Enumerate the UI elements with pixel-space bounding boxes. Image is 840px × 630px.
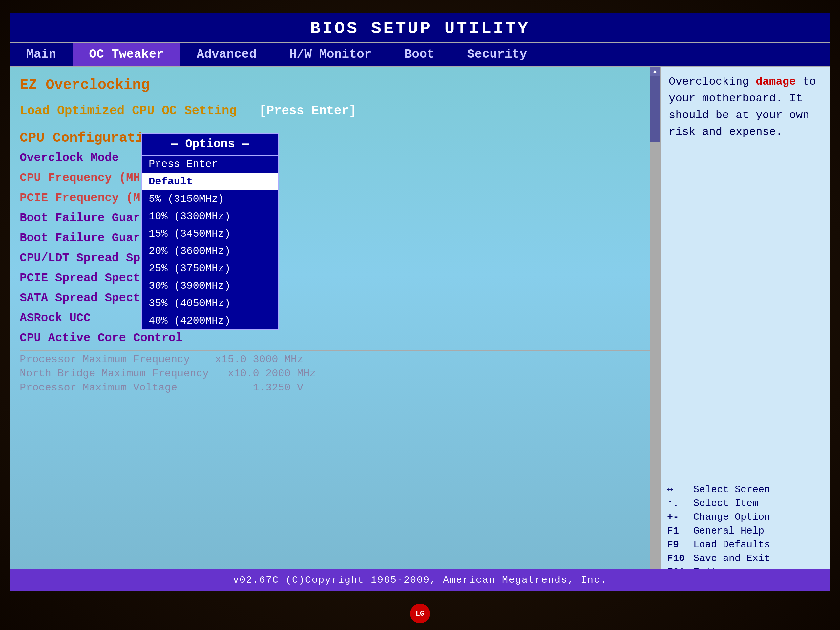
scrollbar-thumb[interactable] bbox=[651, 76, 660, 142]
options-item-20pct[interactable]: 20% (3600MHz) bbox=[142, 243, 278, 260]
options-popup-title: — Options — bbox=[142, 134, 278, 156]
nb-max-freq-label: North Bridge Maximum Frequency bbox=[20, 368, 209, 380]
processor-max-freq-label: Processor Maximum Frequency bbox=[20, 354, 189, 366]
key-label-select-item: Select Item bbox=[693, 498, 758, 509]
press-enter-label: [Press Enter] bbox=[259, 104, 356, 118]
key-label-f10: Save and Exit bbox=[693, 553, 770, 564]
nb-max-freq-row: North Bridge Maximum Frequency x10.0 200… bbox=[20, 368, 650, 380]
menu-item-sata-spread[interactable]: SATA Spread Spectrum bbox=[20, 290, 650, 306]
menu-item-boot-failure-guard[interactable]: Boot Failure Guard bbox=[20, 210, 650, 226]
processor-max-voltage-label: Processor Maximum Voltage bbox=[20, 382, 177, 394]
menu-item-cpu-ldt-spread[interactable]: CPU/LDT Spread Spectrum bbox=[20, 250, 650, 266]
key-sym-arrows-lr: ↔ bbox=[667, 484, 693, 495]
options-dash-left: — bbox=[171, 137, 185, 151]
key-sym-f9: F9 bbox=[667, 539, 693, 550]
processor-max-voltage-value: 1.3250 V bbox=[253, 382, 303, 394]
menu-item-pcie-spread[interactable]: PCIE Spread Spectrum bbox=[20, 270, 650, 286]
cpu-configuration-heading: CPU Configuration bbox=[20, 130, 650, 146]
tab-oc-tweaker[interactable]: OC Tweaker bbox=[73, 43, 180, 66]
key-row-f9: F9 Load Defaults bbox=[667, 539, 824, 550]
divider-2 bbox=[20, 124, 650, 124]
status-bar-text: v02.67C (C)Copyright 1985-2009, American… bbox=[233, 575, 607, 586]
load-optimized-cpu[interactable]: Load Optimized CPU OC Setting [Press Ent… bbox=[20, 104, 650, 118]
overclocking-text-1: Overclocking bbox=[669, 76, 756, 88]
key-sym-plus-minus: +- bbox=[667, 512, 693, 523]
options-item-press-enter[interactable]: Press Enter bbox=[142, 156, 278, 173]
scrollbar[interactable]: ▲ ▼ bbox=[651, 67, 660, 587]
monitor-bezel: BIOS SETUP UTILITY Main OC Tweaker Advan… bbox=[0, 0, 840, 630]
key-row-change-option: +- Change Option bbox=[667, 512, 824, 523]
tab-hw-monitor[interactable]: H/W Monitor bbox=[273, 43, 388, 66]
screen: BIOS SETUP UTILITY Main OC Tweaker Advan… bbox=[10, 13, 830, 591]
key-label-f1: General Help bbox=[693, 525, 764, 537]
load-optimized-label: Load Optimized CPU OC Setting bbox=[20, 104, 237, 118]
status-bar: v02.67C (C)Copyright 1985-2009, American… bbox=[10, 569, 830, 591]
lg-logo-circle: LG bbox=[410, 604, 430, 624]
key-legend: ↔ Select Screen ↑↓ Select Item +- Change… bbox=[667, 482, 824, 581]
damage-text: damage bbox=[756, 76, 796, 88]
lg-logo-area: LG bbox=[410, 604, 430, 624]
options-popup: — Options — Press Enter Default 5% (3150… bbox=[141, 133, 279, 330]
menu-item-overclock-mode[interactable]: Overclock Mode bbox=[20, 150, 650, 166]
options-item-25pct[interactable]: 25% (3750MHz) bbox=[142, 260, 278, 277]
tab-advanced[interactable]: Advanced bbox=[180, 43, 273, 66]
lg-logo-text: LG bbox=[416, 609, 424, 618]
key-row-select-screen: ↔ Select Screen bbox=[667, 484, 824, 495]
key-sym-f1: F1 bbox=[667, 525, 693, 537]
options-item-30pct[interactable]: 30% (3900MHz) bbox=[142, 277, 278, 295]
menu-item-cpu-active-core[interactable]: CPU Active Core Control bbox=[20, 330, 650, 346]
processor-max-freq-value: x15.0 3000 MHz bbox=[215, 354, 303, 366]
key-sym-arrows-ud: ↑↓ bbox=[667, 498, 693, 509]
right-panel: Overclocking damage to your motherboard.… bbox=[660, 67, 830, 587]
divider-3 bbox=[20, 350, 650, 351]
key-row-f1: F1 General Help bbox=[667, 525, 824, 537]
menu-item-boot-failure-guard-count[interactable]: Boot Failure Guard Count bbox=[20, 230, 650, 246]
processor-max-voltage-row: Processor Maximum Voltage 1.3250 V bbox=[20, 382, 650, 394]
processor-max-freq-row: Processor Maximum Frequency x15.0 3000 M… bbox=[20, 354, 650, 366]
nb-max-freq-value: x10.0 2000 MHz bbox=[228, 368, 316, 380]
key-row-select-item: ↑↓ Select Item bbox=[667, 498, 824, 509]
options-item-40pct[interactable]: 40% (4200MHz) bbox=[142, 312, 278, 330]
options-item-15pct[interactable]: 15% (3450MHz) bbox=[142, 225, 278, 243]
bios-title: BIOS SETUP UTILITY bbox=[310, 19, 530, 38]
title-bar: BIOS SETUP UTILITY bbox=[10, 13, 830, 42]
menu-item-pcie-frequency[interactable]: PCIE Frequency (MHz) bbox=[20, 190, 650, 206]
key-label-select-screen: Select Screen bbox=[693, 484, 770, 495]
options-item-5pct[interactable]: 5% (3150MHz) bbox=[142, 190, 278, 208]
options-item-35pct[interactable]: 35% (4050MHz) bbox=[142, 295, 278, 312]
tab-main[interactable]: Main bbox=[10, 43, 73, 66]
right-panel-description: Overclocking damage to your motherboard.… bbox=[669, 74, 822, 141]
options-popup-title-text: Options bbox=[185, 137, 235, 151]
key-sym-f10: F10 bbox=[667, 553, 693, 564]
key-label-f9: Load Defaults bbox=[693, 539, 770, 550]
options-item-default[interactable]: Default bbox=[142, 173, 278, 190]
key-label-change-option: Change Option bbox=[693, 512, 770, 523]
options-item-10pct[interactable]: 10% (3300MHz) bbox=[142, 208, 278, 225]
options-dash-right: — bbox=[242, 137, 249, 151]
divider-1 bbox=[20, 100, 650, 100]
left-panel: EZ Overclocking Load Optimized CPU OC Se… bbox=[10, 67, 660, 587]
key-row-f10: F10 Save and Exit bbox=[667, 553, 824, 564]
main-content: EZ Overclocking Load Optimized CPU OC Se… bbox=[10, 67, 830, 587]
menu-item-asrock-ucc[interactable]: ASRock UCC bbox=[20, 310, 650, 326]
ez-overclocking-heading: EZ Overclocking bbox=[20, 77, 650, 93]
scrollbar-up-arrow[interactable]: ▲ bbox=[651, 67, 660, 76]
nav-tabs: Main OC Tweaker Advanced H/W Monitor Boo… bbox=[10, 42, 830, 67]
tab-boot[interactable]: Boot bbox=[388, 43, 451, 66]
tab-security[interactable]: Security bbox=[451, 43, 543, 66]
menu-item-cpu-frequency[interactable]: CPU Frequency (MHz) bbox=[20, 170, 650, 186]
